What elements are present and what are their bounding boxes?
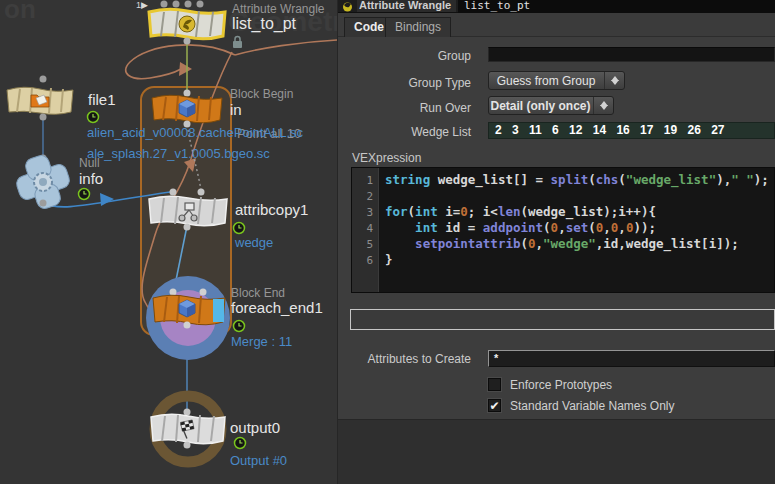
- wire-arrowhead: [179, 62, 192, 76]
- run-over-dropdown[interactable]: Detail (only once): [488, 96, 614, 115]
- file1-path-line1: alien_acid_v00008.cachePointALL.sc: [87, 125, 303, 140]
- message-bar[interactable]: [350, 309, 775, 330]
- node-output0[interactable]: [151, 396, 225, 462]
- blockend-info-label: Merge : 11: [231, 334, 292, 349]
- attribcopy1-output-dot[interactable]: [184, 224, 191, 231]
- wrangle-icon: [179, 16, 195, 32]
- attribcopy1-info-label: wedge: [235, 235, 273, 250]
- parameter-pane: Attribute Wrangle list_to_pt Code Bindin…: [337, 0, 775, 484]
- attribcopy1-name-label: attribcopy1: [235, 201, 308, 218]
- group-label: Group: [338, 49, 471, 63]
- output0-info-label: Output #0: [230, 453, 287, 468]
- panel-empty-area: [338, 419, 775, 484]
- cube-icon: [179, 100, 195, 117]
- group-type-spinner[interactable]: [604, 72, 624, 89]
- group-input[interactable]: [488, 47, 775, 62]
- gear-icon: [34, 173, 52, 191]
- wrangle-header-icon: [342, 1, 353, 12]
- foreach-end1-output-dot[interactable]: [184, 322, 191, 329]
- file1-path-line2: ale_splash.27_v1.0005.bgeo.sc: [87, 146, 270, 161]
- file1-output-dot[interactable]: [40, 114, 47, 121]
- run-over-spinner[interactable]: [593, 97, 613, 114]
- run-over-value: Detail (only once): [489, 99, 592, 113]
- tab-bindings[interactable]: Bindings: [385, 17, 451, 37]
- parameter-header: Attribute Wrangle list_to_pt: [338, 0, 775, 13]
- node-list-to-pt[interactable]: [149, 9, 225, 44]
- wrangle-type-label: Attribute Wrangle: [232, 2, 325, 16]
- wrangle-name-label: list_to_pt: [232, 15, 296, 33]
- blockend-name-label: foreach_end1: [231, 299, 323, 316]
- loop-marker: 1▶: [136, 0, 148, 10]
- enforce-prototypes-checkbox[interactable]: [488, 378, 501, 391]
- houdini-window: on Geometry: [0, 0, 775, 484]
- file1-name-label: file1: [88, 91, 116, 108]
- network-editor[interactable]: on Geometry: [0, 0, 338, 484]
- node-graph-canvas: [0, 0, 338, 484]
- group-type-label: Group Type: [338, 76, 471, 90]
- cube-icon: [179, 300, 195, 317]
- vexpression-label: VEXpression: [352, 151, 421, 165]
- node-name-field[interactable]: list_to_pt: [458, 0, 775, 13]
- node-foreach-end1[interactable]: [146, 276, 230, 360]
- attribs-to-create-input[interactable]: *: [488, 350, 775, 367]
- output0-name-label: output0: [230, 419, 280, 436]
- code-lines[interactable]: 1string wedge_list[] = split(chs("wedge_…: [352, 172, 774, 268]
- wedge-list-input[interactable]: 2 3 11 6 12 14 16 17 19 26 27: [488, 122, 775, 139]
- info-output-dot[interactable]: [40, 200, 47, 207]
- wire-arrowhead: [100, 193, 114, 206]
- lock-icon: [233, 37, 242, 49]
- enforce-prototypes-label: Enforce Prototypes: [510, 378, 612, 392]
- blockend-pin: [213, 299, 224, 322]
- output0-output-dot[interactable]: [184, 442, 191, 449]
- operator-type-title: Attribute Wrangle: [357, 0, 456, 12]
- folder-icon: [31, 95, 49, 107]
- group-type-dropdown[interactable]: Guess from Group: [488, 71, 625, 90]
- attribs-to-create-label: Attributes to Create: [338, 352, 471, 366]
- run-over-label: Run Over: [338, 101, 471, 115]
- vex-code-editor[interactable]: 1string wedge_list[] = split(chs("wedge_…: [351, 167, 775, 293]
- null-name-label: info: [79, 170, 103, 187]
- standard-variable-names-label: Standard Variable Names Only: [510, 399, 675, 413]
- wrangle-output-dot[interactable]: [184, 38, 191, 45]
- standard-variable-names-checkbox[interactable]: ✔: [488, 399, 501, 412]
- group-type-value: Guess from Group: [489, 74, 603, 88]
- blockbegin-type-label: Block Begin: [230, 87, 293, 101]
- wedge-list-label: Wedge List: [338, 125, 471, 139]
- node-info-null[interactable]: [15, 154, 72, 211]
- tab-bar: Code Bindings: [338, 13, 775, 37]
- blockend-type-label: Block End: [231, 286, 285, 300]
- node-file1[interactable]: [7, 76, 73, 121]
- wrangle-input-dots[interactable]: [161, 1, 204, 8]
- blockbegin-name-label: in: [230, 101, 242, 118]
